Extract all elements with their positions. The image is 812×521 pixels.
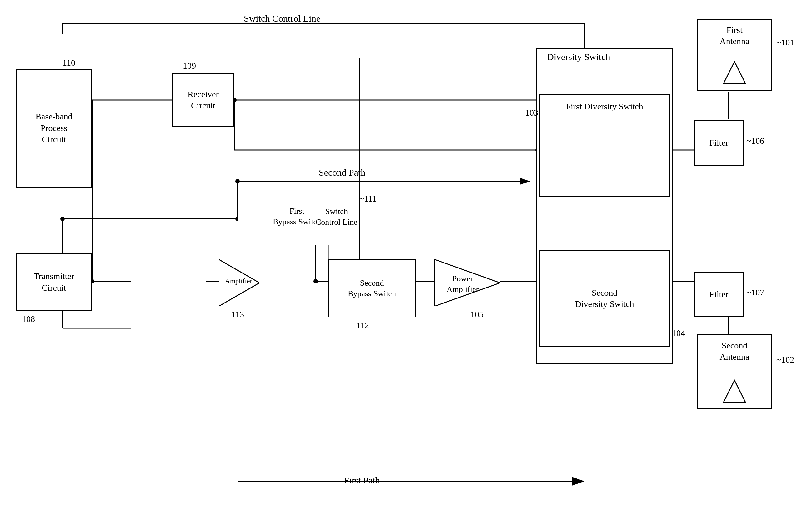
receiver-block: Receiver Circuit — [172, 73, 234, 127]
first-diversity-label: First Diversity Switch — [566, 101, 643, 112]
label-112: 112 — [356, 320, 369, 330]
svg-point-15 — [314, 279, 318, 284]
switch-control-line-label: Switch Control Line — [244, 13, 320, 24]
second-bypass-label: Second Bypass Switch — [348, 278, 396, 299]
second-diversity-label: Second Diversity Switch — [575, 287, 634, 310]
label-101: ~101 — [776, 38, 794, 47]
first-path-label: First Path — [344, 475, 380, 486]
transmitter-block: Transmitter Circuit — [16, 253, 92, 311]
label-113: 113 — [231, 310, 244, 319]
label-105: 105 — [470, 310, 483, 319]
first-bypass-label: First Bypass Switch — [273, 206, 321, 227]
receiver-label: Receiver Circuit — [187, 89, 219, 112]
label-111: ~111 — [359, 194, 377, 204]
power-amplifier-block: Power Amplifier — [434, 259, 500, 306]
svg-point-54 — [60, 217, 65, 221]
first-diversity-block: First Diversity Switch — [539, 94, 670, 197]
label-110: 110 — [63, 58, 75, 68]
label-102: ~102 — [776, 355, 794, 365]
label-108: 108 — [22, 314, 35, 324]
second-bypass-block: Second Bypass Switch — [328, 259, 416, 317]
transmitter-label: Transmitter Circuit — [34, 271, 74, 293]
svg-point-13 — [235, 179, 240, 183]
filter2-label: Filter — [709, 289, 728, 300]
label-109: 109 — [183, 61, 196, 71]
amplifier-label: Amplifier — [225, 277, 250, 286]
second-diversity-block: Second Diversity Switch — [539, 250, 670, 347]
svg-marker-59 — [724, 62, 745, 84]
svg-marker-60 — [724, 380, 745, 402]
label-103: 103 — [525, 108, 538, 118]
second-path-label: Second Path — [319, 167, 365, 178]
switch-control-line2-label: SwitchControl Line — [316, 206, 358, 228]
filter2-block: Filter — [694, 272, 744, 317]
second-antenna-block: SecondAntenna — [697, 334, 772, 409]
baseband-label: Base-band Process Circuit — [35, 111, 72, 145]
label-104: 104 — [672, 328, 685, 338]
power-amplifier-label: Power Amplifier — [444, 273, 481, 295]
label-107: ~107 — [746, 288, 764, 297]
second-antenna-label: SecondAntenna — [720, 340, 749, 363]
filter1-label: Filter — [709, 137, 728, 149]
filter1-block: Filter — [694, 120, 744, 166]
label-106: ~106 — [746, 136, 764, 146]
first-antenna-block: FirstAntenna — [697, 19, 772, 91]
amplifier-block: Amplifier — [219, 259, 260, 306]
baseband-block: Base-band Process Circuit — [16, 69, 92, 187]
diversity-switch-label: Diversity Switch — [547, 51, 610, 62]
first-antenna-label: FirstAntenna — [720, 24, 749, 47]
